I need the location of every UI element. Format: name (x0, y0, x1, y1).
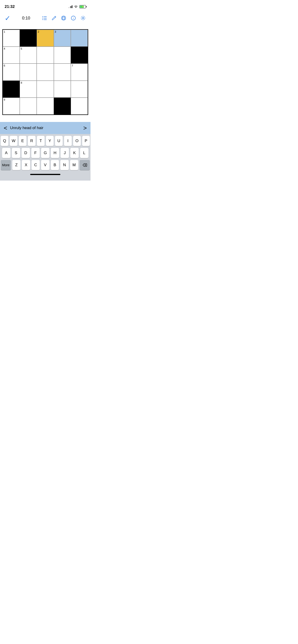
key-B[interactable]: B (51, 160, 59, 170)
cell-number-5: 5 (21, 48, 22, 50)
signal-bars-icon (68, 5, 72, 8)
svg-point-7 (63, 17, 65, 19)
cell-number-9: 9 (4, 98, 5, 101)
keyboard-row-3: MoreZXCVBNM (1, 160, 90, 170)
list-icon[interactable] (42, 16, 47, 21)
status-time: 21:32 (5, 4, 15, 9)
cell-r0-c3[interactable]: 3 (54, 30, 71, 46)
crossword-container: 123456789 (0, 24, 91, 120)
cell-number-8: 8 (21, 82, 22, 84)
crossword-grid[interactable]: 123456789 (2, 29, 88, 115)
cell-r0-c4[interactable] (71, 30, 88, 46)
key-Z[interactable]: Z (12, 160, 21, 170)
key-V[interactable]: V (41, 160, 49, 170)
cell-r2-c3[interactable] (54, 64, 71, 80)
key-P[interactable]: P (82, 136, 90, 146)
key-M[interactable]: M (70, 160, 78, 170)
svg-rect-4 (44, 18, 47, 18)
cell-number-2: 2 (38, 30, 39, 33)
key-U[interactable]: U (55, 136, 63, 146)
status-bar: 21:32 ⚡ (0, 0, 91, 12)
home-bar (30, 174, 60, 175)
cell-number-4: 4 (4, 48, 5, 50)
cell-r2-c0[interactable]: 6 (3, 64, 20, 80)
cell-r2-c4[interactable]: 7 (71, 64, 88, 80)
key-F[interactable]: F (31, 148, 40, 158)
cell-r4-c1[interactable] (20, 98, 37, 114)
clue-text: Unruly head of hair (7, 126, 83, 130)
keyboard: QWERTYUIOP ASDFGHJKL MoreZXCVBNM (0, 134, 91, 180)
key-Y[interactable]: Y (46, 136, 54, 146)
cell-number-1: 1 (4, 30, 5, 33)
toolbar-right: i (42, 15, 86, 21)
cell-r3-c2[interactable] (37, 81, 54, 98)
wifi-icon (74, 5, 78, 8)
cell-r3-c3[interactable] (54, 81, 71, 98)
key-R[interactable]: R (28, 136, 36, 146)
cell-r4-c0[interactable]: 9 (3, 98, 20, 114)
key-G[interactable]: G (41, 148, 50, 158)
cell-number-6: 6 (4, 64, 5, 67)
svg-rect-2 (43, 19, 43, 20)
key-W[interactable]: W (10, 136, 18, 146)
key-L[interactable]: L (80, 148, 88, 158)
key-T[interactable]: T (37, 136, 45, 146)
key-Q[interactable]: Q (1, 136, 8, 146)
key-O[interactable]: O (73, 136, 81, 146)
cell-r1-c2[interactable] (37, 46, 54, 64)
prev-clue-button[interactable]: < (4, 124, 7, 132)
cell-number-3: 3 (55, 30, 56, 33)
cell-r3-c1[interactable]: 8 (20, 81, 37, 98)
cell-r0-c2[interactable]: 2 (37, 30, 54, 46)
cell-r1-c4 (71, 46, 88, 64)
delete-key[interactable] (80, 160, 90, 170)
keyboard-row-2: ASDFGHJKL (1, 148, 90, 158)
key-X[interactable]: X (22, 160, 30, 170)
battery-icon: ⚡ (79, 5, 86, 8)
gear-icon[interactable] (80, 15, 86, 21)
pencil-icon[interactable] (52, 16, 57, 21)
key-H[interactable]: H (51, 148, 59, 158)
key-N[interactable]: N (60, 160, 69, 170)
clue-bar: < Unruly head of hair > (0, 122, 91, 134)
svg-rect-5 (44, 20, 47, 20)
home-indicator (1, 172, 90, 176)
cell-r4-c4[interactable] (71, 98, 88, 114)
cell-r4-c3 (54, 98, 71, 114)
key-K[interactable]: K (70, 148, 79, 158)
status-icons: ⚡ (68, 5, 86, 8)
cell-r3-c0 (3, 81, 20, 98)
key-C[interactable]: C (32, 160, 40, 170)
svg-rect-3 (44, 16, 47, 17)
cell-r1-c0[interactable]: 4 (3, 46, 20, 64)
cell-r2-c1[interactable] (20, 64, 37, 80)
key-J[interactable]: J (61, 148, 69, 158)
key-D[interactable]: D (22, 148, 30, 158)
cell-r3-c4[interactable] (71, 81, 88, 98)
key-A[interactable]: A (2, 148, 11, 158)
cell-r2-c2[interactable] (37, 64, 54, 80)
lifebuoy-icon[interactable] (61, 15, 66, 21)
key-E[interactable]: E (19, 136, 27, 146)
cell-r1-c3[interactable] (54, 46, 71, 64)
key-S[interactable]: S (12, 148, 20, 158)
key-I[interactable]: I (64, 136, 72, 146)
cell-r0-c1 (20, 30, 37, 46)
svg-rect-0 (43, 16, 43, 17)
cell-r4-c2[interactable] (37, 98, 54, 114)
svg-rect-1 (43, 18, 43, 18)
cell-r0-c0[interactable]: 1 (3, 30, 20, 46)
cell-r1-c1[interactable]: 5 (20, 46, 37, 64)
info-icon[interactable]: i (71, 15, 76, 21)
next-clue-button[interactable]: > (83, 124, 87, 132)
svg-text:i: i (73, 17, 74, 20)
svg-point-14 (82, 18, 84, 19)
more-key[interactable]: More (1, 160, 11, 170)
keyboard-row-1: QWERTYUIOP (1, 136, 90, 146)
cell-number-7: 7 (72, 64, 73, 67)
toolbar: ✓ 0:10 i (0, 12, 91, 24)
timer-display: 0:10 (22, 16, 30, 21)
check-button[interactable]: ✓ (5, 14, 11, 22)
